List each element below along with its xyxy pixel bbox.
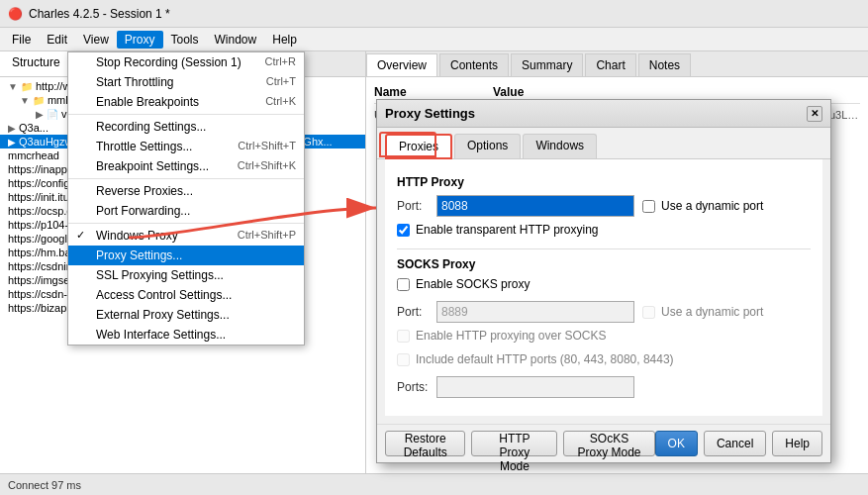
enable-socks-checkbox[interactable] — [397, 278, 410, 291]
http-port-row: Port: Use a dynamic port — [397, 195, 811, 217]
include-ports-checkbox[interactable] — [397, 353, 410, 366]
separator — [68, 223, 304, 224]
tab-overview[interactable]: Overview — [366, 53, 437, 76]
right-panel-tabs: Overview Contents Summary Chart Notes — [366, 51, 868, 77]
socks-proxy-section-title: SOCKS Proxy — [397, 257, 811, 271]
title-bar: 🔴 Charles 4.2.5 - Session 1 * — [0, 0, 868, 28]
include-ports-label-text: Include default HTTP ports (80, 443, 808… — [416, 352, 674, 366]
checkmark-icon: ✓ — [76, 229, 85, 242]
modal-title-bar: Proxy Settings ✕ — [377, 100, 830, 128]
enable-socks-label-text: Enable SOCKS proxy — [416, 277, 530, 291]
section-divider — [397, 248, 811, 249]
shortcut-label: Ctrl+K — [265, 95, 296, 107]
separator — [68, 178, 304, 179]
ok-button[interactable]: OK — [655, 431, 698, 456]
tab-windows-label: Windows — [535, 139, 584, 152]
menu-tools[interactable]: Tools — [163, 31, 207, 49]
menu-ssl-proxying[interactable]: SSL Proxying Settings... — [68, 265, 304, 285]
modal-content: HTTP Proxy Port: Use a dynamic port Enab… — [385, 159, 822, 416]
window-icon: 🔴 — [8, 7, 23, 21]
tab-structure[interactable]: Structure — [0, 51, 73, 76]
enable-socks-row: Enable SOCKS proxy — [397, 277, 811, 295]
shortcut-label: Ctrl+R — [265, 55, 296, 67]
menu-stop-recording[interactable]: Stop Recording (Session 1) Ctrl+R — [68, 52, 304, 72]
tab-chart[interactable]: Chart — [585, 53, 635, 76]
separator — [68, 114, 304, 115]
modal-footer: Restore Defaults HTTP Proxy Mode SOcKS P… — [377, 424, 830, 462]
restore-defaults-button[interactable]: Restore Defaults — [385, 431, 465, 456]
http-dynamic-port-checkbox[interactable] — [642, 200, 655, 213]
ports-row: Ports: — [397, 376, 811, 398]
proxy-settings-modal[interactable]: Proxy Settings ✕ Proxies Options Windows… — [376, 99, 831, 463]
menu-windows-proxy[interactable]: ✓ Windows Proxy Ctrl+Shift+P — [68, 226, 304, 246]
status-text: Connect 97 ms — [8, 479, 81, 491]
menu-help[interactable]: Help — [264, 31, 305, 49]
enable-socks-label[interactable]: Enable SOCKS proxy — [397, 277, 530, 291]
menu-edit[interactable]: Edit — [39, 31, 75, 49]
menu-proxy-settings[interactable]: Proxy Settings... — [68, 246, 304, 265]
menu-breakpoint-settings[interactable]: Breakpoint Settings... Ctrl+Shift+K — [68, 156, 304, 176]
modal-title: Proxy Settings — [385, 106, 475, 121]
col-name-header: Name — [374, 85, 493, 99]
socks-port-input[interactable] — [436, 301, 634, 323]
transparent-label[interactable]: Enable transparent HTTP proxying — [397, 223, 599, 237]
ports-input[interactable] — [436, 376, 634, 398]
menu-view[interactable]: View — [75, 31, 117, 49]
menu-web-interface[interactable]: Web Interface Settings... — [68, 325, 304, 345]
http-over-socks-label: Enable HTTP proxying over SOCKS — [397, 329, 607, 343]
menu-proxy[interactable]: Proxy — [117, 31, 163, 49]
menu-reverse-proxies[interactable]: Reverse Proxies... — [68, 181, 304, 201]
menu-start-throttling[interactable]: Start Throttling Ctrl+T — [68, 72, 304, 92]
socks-dynamic-port-checkbox[interactable] — [642, 306, 655, 319]
main-window: 🔴 Charles 4.2.5 - Session 1 * File Edit … — [0, 0, 868, 495]
modal-tabs: Proxies Options Windows — [377, 128, 830, 159]
http-over-socks-row: Enable HTTP proxying over SOCKS — [397, 329, 811, 346]
http-port-label: Port: — [397, 199, 436, 213]
http-port-input[interactable] — [436, 195, 634, 217]
http-over-socks-label-text: Enable HTTP proxying over SOCKS — [416, 329, 607, 343]
menu-recording-settings[interactable]: Recording Settings... — [68, 117, 304, 137]
menu-enable-breakpoints[interactable]: Enable Breakpoints Ctrl+K — [68, 92, 304, 112]
footer-right-buttons: OK Cancel Help — [655, 431, 822, 456]
modal-tab-proxies[interactable]: Proxies — [385, 134, 452, 159]
tab-options-label: Options — [467, 139, 508, 152]
http-dynamic-port-label: Use a dynamic port — [661, 199, 763, 213]
folder-icon: 📁 — [33, 95, 45, 106]
shortcut-label: Ctrl+Shift+P — [238, 229, 296, 241]
col-value-header: Value — [493, 85, 860, 99]
menu-access-control[interactable]: Access Control Settings... — [68, 285, 304, 305]
http-over-socks-checkbox[interactable] — [397, 330, 410, 343]
http-proxy-section-title: HTTP Proxy — [397, 175, 811, 189]
proxy-dropdown-menu[interactable]: Stop Recording (Session 1) Ctrl+R Start … — [67, 51, 305, 346]
modal-tab-windows[interactable]: Windows — [523, 134, 597, 158]
help-button[interactable]: Help — [772, 431, 822, 456]
tab-notes[interactable]: Notes — [638, 53, 691, 76]
tab-summary[interactable]: Summary — [511, 53, 583, 76]
expand-arrow: ▼ — [20, 95, 30, 106]
modal-tab-options[interactable]: Options — [454, 134, 521, 158]
footer-left-buttons: Restore Defaults HTTP Proxy Mode SOcKS P… — [385, 431, 655, 456]
socks-port-label: Port: — [397, 305, 436, 319]
expand-arrow: ▶ — [36, 109, 44, 120]
transparent-checkbox[interactable] — [397, 224, 410, 237]
cancel-button[interactable]: Cancel — [704, 431, 766, 456]
socks-port-row: Port: Use a dynamic port — [397, 301, 811, 323]
http-proxy-mode-button[interactable]: HTTP Proxy Mode — [471, 431, 557, 456]
socks-dynamic-port-label: Use a dynamic port — [661, 305, 763, 319]
modal-close-button[interactable]: ✕ — [807, 106, 822, 122]
menu-external-proxy[interactable]: External Proxy Settings... — [68, 305, 304, 325]
menu-throttle-settings[interactable]: Throttle Settings... Ctrl+Shift+T — [68, 137, 304, 156]
tab-proxies-label: Proxies — [399, 140, 438, 153]
ports-label: Ports: — [397, 380, 436, 394]
menu-window[interactable]: Window — [207, 31, 265, 49]
menu-file[interactable]: File — [4, 31, 39, 49]
folder-icon: 📁 — [21, 81, 33, 92]
shortcut-label: Ctrl+Shift+K — [238, 159, 296, 171]
menu-bar: File Edit View Proxy Tools Window Help — [0, 28, 868, 51]
tab-contents[interactable]: Contents — [439, 53, 509, 76]
menu-port-forwarding[interactable]: Port Forwarding... — [68, 201, 304, 221]
title-text: Charles 4.2.5 - Session 1 * — [29, 7, 170, 21]
transparent-label-text: Enable transparent HTTP proxying — [416, 223, 599, 237]
socks-proxy-mode-button[interactable]: SOcKS Proxy Mode — [563, 431, 654, 456]
shortcut-label: Ctrl+Shift+T — [238, 140, 296, 151]
